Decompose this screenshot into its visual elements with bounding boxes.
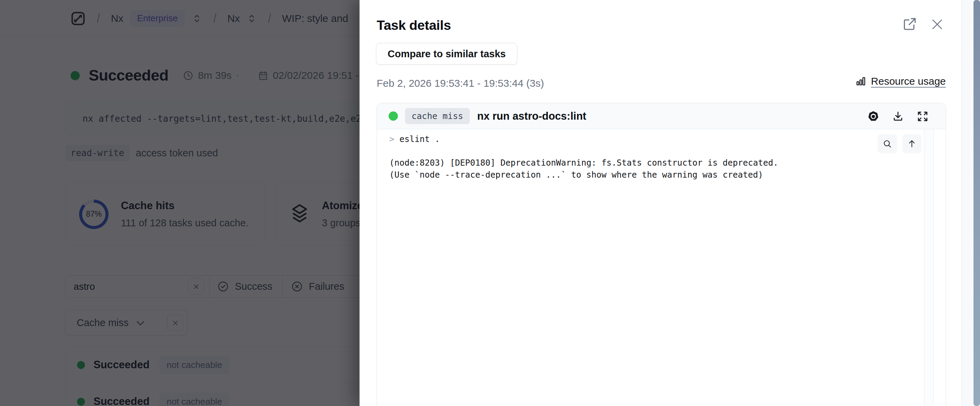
- task-terminal-card: cache miss nx run astro-docs:lint: [377, 103, 946, 406]
- terminal-line: (Use `node --trace-deprecation ...` to s…: [389, 169, 946, 181]
- terminal-line: (node:8203) [DEP0180] DeprecationWarning…: [389, 157, 946, 169]
- cache-status-badge: cache miss: [405, 108, 470, 124]
- close-panel-button[interactable]: [931, 18, 944, 31]
- terminal-actions: [867, 103, 929, 129]
- status-dot-green: [389, 112, 398, 121]
- open-in-new-tab-button[interactable]: [902, 16, 917, 32]
- search-icon: [882, 139, 892, 149]
- task-name: nx run astro-docs:lint: [477, 110, 587, 122]
- resource-usage-label: Resource usage: [871, 75, 946, 87]
- arrow-up-icon: [907, 139, 916, 149]
- resource-usage-link[interactable]: Resource usage: [855, 75, 946, 87]
- panel-title: Task details: [377, 18, 451, 33]
- screen: / Nx Enterprise / Nx: [0, 0, 980, 406]
- terminal-header: cache miss nx run astro-docs:lint: [377, 103, 946, 129]
- fullscreen-button[interactable]: [916, 110, 929, 122]
- search-log-button[interactable]: [878, 134, 897, 153]
- download-icon: [892, 110, 904, 122]
- terminal-tools: [878, 134, 921, 153]
- panel-scrollbar-track[interactable]: [961, 0, 980, 406]
- terminal-prompt: >: [389, 134, 395, 144]
- eye-icon: [867, 110, 879, 122]
- compare-similar-tasks-button[interactable]: Compare to similar tasks: [376, 43, 517, 65]
- scroll-to-top-button[interactable]: [902, 134, 921, 153]
- close-icon: [931, 18, 944, 31]
- toggle-output-visibility-button[interactable]: [867, 110, 879, 122]
- terminal-lines: > eslint . (node:8203) [DEP0180] Depreca…: [377, 129, 946, 181]
- expand-icon: [916, 110, 929, 122]
- task-time-range: Feb 2, 2026 19:53:41 - 19:53:44 (3s): [377, 77, 544, 89]
- task-details-panel: Task details Compare to similar tasks Fe…: [360, 0, 980, 406]
- external-link-icon: [902, 16, 917, 32]
- terminal-scrollbar-track[interactable]: [924, 129, 934, 406]
- terminal-output[interactable]: > eslint . (node:8203) [DEP0180] Depreca…: [377, 129, 946, 406]
- terminal-command: eslint .: [395, 134, 440, 144]
- bar-chart-icon: [855, 76, 866, 87]
- download-log-button[interactable]: [892, 110, 904, 122]
- panel-scrollbar-thumb[interactable]: [974, 0, 980, 406]
